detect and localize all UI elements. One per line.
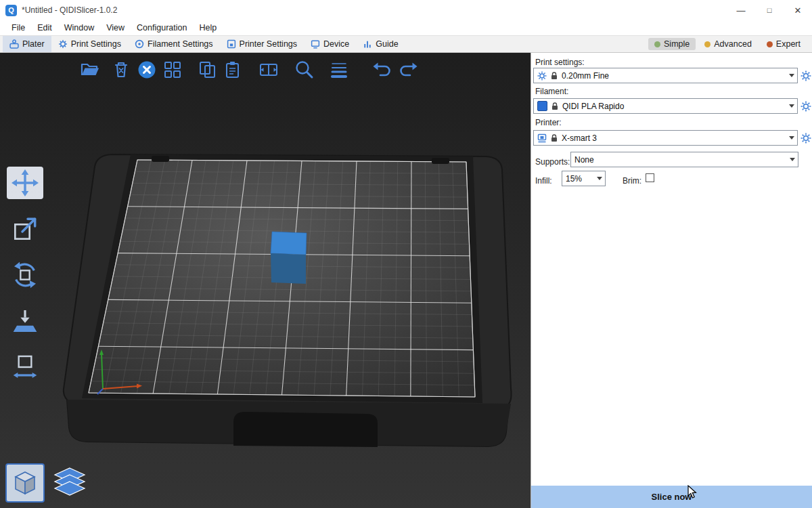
menu-edit[interactable]: Edit [31,20,58,35]
title-bar: Q *Untitled - QIDISlicer-1.0.2 — □ ✕ [0,0,812,20]
tab-printer-settings[interactable]: Printer Settings [220,36,304,52]
printer-icon [537,133,547,143]
lock-icon [551,102,559,110]
delete-button[interactable] [108,57,134,83]
delete-all-icon [137,60,157,80]
chevron-down-icon [597,177,602,180]
tab-guide[interactable]: Guide [356,36,405,52]
plate-clip-right [432,158,449,164]
settings-sidebar: Print settings: 0.20mm Fine Filament: QI… [531,53,812,508]
printer-value: X-smart 3 [562,133,786,143]
guide-chart-icon [363,39,372,49]
layers-icon [53,467,86,499]
mode-advanced[interactable]: Advanced [698,38,758,50]
tab-filament-settings[interactable]: Filament Settings [128,36,220,52]
menu-file[interactable]: File [5,20,31,35]
filament-gear-button[interactable] [800,100,811,112]
minimize-button[interactable]: — [727,0,755,20]
lock-icon [550,71,558,80]
paste-button[interactable] [221,57,246,83]
close-button[interactable]: ✕ [784,0,812,20]
scene-canvas[interactable] [0,53,531,508]
print-settings-value: 0.20mm Fine [562,71,786,81]
mouse-cursor [687,485,698,499]
search-button[interactable] [291,57,317,83]
redo-icon [398,60,418,80]
tab-print-settings[interactable]: Print Settings [51,36,128,52]
supports-combo[interactable]: None [570,152,798,167]
lock-icon [550,133,558,142]
move-icon [12,169,39,196]
infill-label: Infill: [535,173,552,188]
infill-combo[interactable]: 15% [562,171,606,186]
arrange-button[interactable] [160,57,185,83]
filament-spool-icon [135,39,144,49]
mode-expert[interactable]: Expert [761,38,807,50]
tab-plater-label: Plater [22,39,45,49]
mode-expert-label: Expert [776,39,800,49]
redo-button[interactable] [395,57,421,83]
tab-filament-settings-label: Filament Settings [148,39,213,49]
filament-color-swatch [537,101,547,111]
maximize-button[interactable]: □ [755,0,784,20]
menu-bar: File Edit Window View Configuration Help [0,20,812,35]
printer-gear-button[interactable] [800,132,811,144]
menu-help[interactable]: Help [193,20,223,35]
gear-icon [800,101,811,112]
tab-plater[interactable]: Plater [3,36,51,52]
window-controls: — □ ✕ [727,0,812,20]
menu-view[interactable]: View [100,20,131,35]
place-on-face-tool-button[interactable] [7,305,43,337]
plater-toolbar [77,57,421,83]
slice-now-button[interactable]: Slice now [531,486,812,508]
menu-configuration[interactable]: Configuration [131,20,193,35]
scale-icon [12,215,39,242]
mode-simple-label: Simple [664,39,690,49]
variable-layer-height-button[interactable] [326,57,352,83]
tab-print-settings-label: Print Settings [71,39,121,49]
paste-icon [223,60,244,80]
move-tool-button[interactable] [7,167,43,199]
copy-button[interactable] [195,57,221,83]
printer-label: Printer: [535,118,562,127]
rotate-icon [12,261,39,289]
filament-label: Filament: [535,87,568,96]
simple-mode-dot [654,41,660,47]
3d-view-button[interactable] [5,463,45,503]
3d-cube-icon [12,469,39,496]
window-title: *Untitled - QIDISlicer-1.0.2 [22,5,117,15]
gear-icon [537,71,547,81]
measure-icon [12,354,39,381]
split-objects-icon [258,60,279,80]
layers-preview-button[interactable] [50,463,89,503]
chevron-down-icon [789,104,794,108]
split-button[interactable] [256,57,281,83]
printer-handle-cutout [233,412,378,447]
viewport-3d[interactable] [0,53,531,508]
printer-combo[interactable]: X-smart 3 [533,130,798,146]
measure-tool-button[interactable] [7,351,43,383]
tab-guide-label: Guide [376,39,398,49]
model-cube[interactable] [271,232,307,284]
filament-combo[interactable]: QIDI PLA Rapido [533,98,798,114]
undo-button[interactable] [369,57,395,83]
print-settings-gear-button[interactable] [800,70,811,81]
rotate-tool-button[interactable] [7,259,43,291]
printer-icon [227,39,236,49]
tab-bar: Plater Print Settings Filament Settings … [0,35,812,53]
brim-checkbox[interactable] [646,173,654,182]
delete-all-button[interactable] [134,57,160,83]
scale-tool-button[interactable] [7,213,43,245]
supports-label: Supports: [535,154,570,169]
filament-value: QIDI PLA Rapido [562,102,786,111]
tab-device[interactable]: Device [304,36,356,52]
menu-window[interactable]: Window [58,20,100,35]
print-settings-combo[interactable]: 0.20mm Fine [533,68,798,83]
open-file-button[interactable] [77,57,103,83]
advanced-mode-dot [704,41,710,47]
tab-device-label: Device [323,39,349,49]
mode-simple[interactable]: Simple [648,38,696,50]
app-logo-icon: Q [5,5,17,16]
tab-printer-settings-label: Printer Settings [240,39,297,49]
brim-label: Brim: [623,173,641,188]
